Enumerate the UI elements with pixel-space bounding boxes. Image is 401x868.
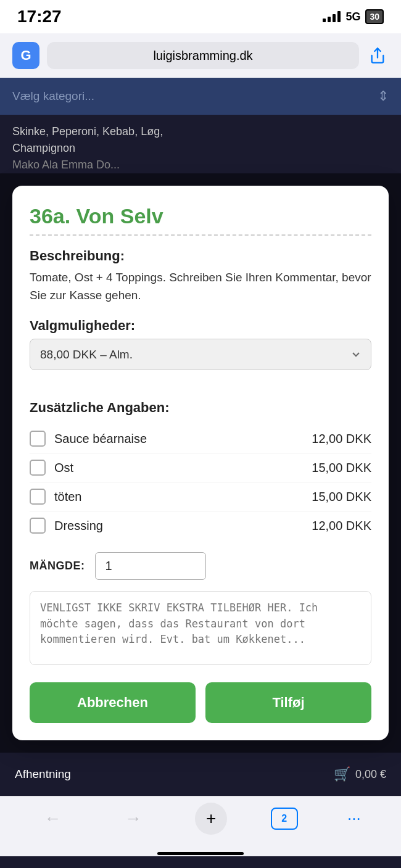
status-bar: 17:27 5G 30 [0,0,401,33]
forward-button[interactable]: → [115,800,152,837]
home-indicator [0,850,401,856]
cancel-button[interactable]: Abbrechen [30,682,196,723]
bg-line2: Champignon [12,140,389,157]
addon-item-ost: Ost 15,00 DKK [30,453,371,482]
addon-name-dressing: Dressing [54,519,103,533]
addon-name-sauce: Sauce béarnaise [54,432,147,446]
tabs-count-button[interactable]: 2 [271,808,298,830]
quantity-input[interactable] [95,552,206,580]
website-bottom-bar: Afhentning 🛒 0,00 € [0,753,401,796]
addon-item-dressing: Dressing 12,00 DKK [30,511,371,540]
share-icon[interactable] [366,44,389,67]
address-bar[interactable]: luigisbramming.dk [47,42,359,69]
safari-nav: ← → + 2 ··· [0,796,401,850]
options-select[interactable]: 88,00 DKK – Alm. [30,339,371,370]
options-wrapper: 88,00 DKK – Alm. [30,339,371,385]
addon-list: Sauce béarnaise 12,00 DKK Ost 15,00 DKK … [30,424,371,540]
bg-line3: Mako Ala Emma Do... [12,157,389,173]
modal-overlay: 36a. Von Selv Beschreibung: Tomate, Ost … [0,173,401,753]
quantity-label: MÄNGDE: [30,560,85,572]
web-background: Vælg kategori... ⇕ Skinke, Peperoni, Keb… [0,78,401,173]
browser-bar: G luigisbramming.dk [0,33,401,78]
addon-price-ost: 15,00 DKK [312,461,371,475]
description-text: Tomate, Ost + 4 Toppings. Schreiben Sie … [30,269,371,304]
addon-name-ost: Ost [54,461,73,475]
modal-title: 36a. Von Selv [30,204,371,228]
addon-price-dressing: 12,00 DKK [312,519,371,533]
quantity-row: MÄNGDE: [30,552,371,580]
status-icons: 5G 30 [323,9,384,24]
translate-icon: G [12,42,39,69]
home-bar [157,852,244,855]
more-button[interactable]: ··· [341,803,367,834]
modal-divider [30,234,371,236]
network-label: 5G [345,10,360,23]
addon-item-toten: töten 15,00 DKK [30,482,371,511]
category-arrow: ⇕ [378,88,389,104]
category-bar: Vælg kategori... ⇕ [0,78,401,115]
bg-content: Skinke, Peperoni, Kebab, Løg, Champignon… [0,115,401,173]
cart-area[interactable]: 🛒 0,00 € [334,766,386,782]
options-label: Valgmuligheder: [30,318,371,334]
addon-item-sauce: Sauce béarnaise 12,00 DKK [30,424,371,453]
addon-checkbox-ost[interactable] [30,460,46,476]
signal-icon [323,11,341,22]
addon-price-sauce: 12,00 DKK [312,432,371,446]
additional-label: Zusätzliche Angaben: [30,400,371,416]
bg-line1: Skinke, Peperoni, Kebab, Løg, [12,123,389,140]
back-button[interactable]: ← [34,800,71,837]
comment-textarea[interactable] [30,591,371,665]
buttons-row: Abbrechen Tilføj [30,682,371,723]
addon-name-toten: töten [54,490,81,504]
status-time: 17:27 [17,7,62,27]
category-select-label[interactable]: Vælg kategori... [12,89,94,103]
url-text: luigisbramming.dk [153,49,252,63]
new-tab-button[interactable]: + [195,803,227,835]
add-button[interactable]: Tilføj [205,682,371,723]
pickup-label: Afhentning [15,767,71,781]
battery-indicator: 30 [365,9,384,24]
cart-price: 0,00 € [355,768,386,781]
addon-price-toten: 15,00 DKK [312,490,371,504]
cart-icon: 🛒 [334,766,350,782]
addon-checkbox-toten[interactable] [30,489,46,505]
description-label: Beschreibung: [30,248,371,264]
addon-checkbox-sauce[interactable] [30,431,46,447]
modal-card: 36a. Von Selv Beschreibung: Tomate, Ost … [12,186,389,740]
addon-checkbox-dressing[interactable] [30,518,46,534]
